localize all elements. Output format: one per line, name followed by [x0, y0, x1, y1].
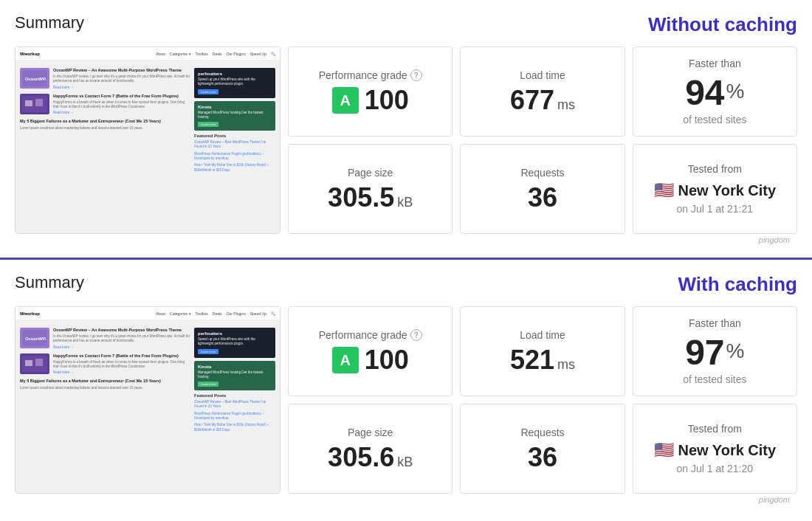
browser-preview-2: Wworkup About Categories ▾ Toolbox Deals… [16, 307, 280, 493]
pingdom-watermark-1: pingdom [15, 234, 797, 247]
metric-label-pagesize-1: Page size [348, 167, 393, 179]
svg-rect-9 [35, 359, 43, 366]
metric-label-requests-1: Requests [520, 167, 564, 179]
post-text-6: My 5 Biggest Failures as a Marketer and … [20, 379, 161, 390]
ad-block-1: perfmatters Speed up your WordPress site… [194, 68, 275, 98]
with-caching-section: Summary With caching Wworkup About Categ… [0, 260, 812, 517]
section-title-1: Summary [15, 13, 84, 32]
faster-value-2: 97% [685, 335, 744, 370]
metric-page-size-1: Page size 305.5kB [288, 144, 453, 234]
metric-load-time-1: Load time 677ms [460, 46, 625, 137]
grade-number-1: 100 [365, 87, 409, 114]
featured-posts-1: Featured Posts OceanWP Review – Best Wor… [194, 134, 275, 173]
metric-requests-1: Requests 36 [460, 144, 625, 234]
faster-sub-1: of tested sites [683, 114, 746, 125]
without-caching-section: Summary Without caching Wworkup About Ca… [0, 0, 812, 260]
ad-cta-4[interactable]: Learn more [198, 382, 219, 387]
sidebar-1: perfmatters Speed up your WordPress site… [194, 68, 275, 175]
post-thumb-1: OceanWP. [20, 68, 49, 89]
post-text-1: OceanWP Review – An Awesome Multi-Purpos… [53, 68, 190, 89]
post-item-6: My 5 Biggest Failures as a Marketer and … [20, 379, 190, 390]
nav-bar-1: Wworkup About Categories ▾ Toolbox Deals… [16, 47, 280, 61]
site-screenshot-2: Wworkup About Categories ▾ Toolbox Deals… [15, 306, 281, 494]
metric-label-tested-1: Tested from [688, 163, 742, 175]
post-text-4: OceanWP Review – An Awesome Multi-Purpos… [53, 328, 190, 349]
post-text-5: HappyForms vs Contact Form 7 (Battle of … [53, 353, 190, 375]
site-logo-1: Wworkup [20, 52, 40, 56]
post-item-3: My 5 Biggest Failures as a Marketer and … [20, 119, 190, 130]
metric-tested-from-1: Tested from 🇺🇸 New York City on Jul 1 at… [633, 144, 797, 234]
nav-items-2: About Categories ▾ Toolbox Deals Our Plu… [156, 311, 275, 316]
faster-value-1: 94% [685, 75, 744, 111]
pingdom-watermark-2: pingdom [15, 494, 797, 507]
metrics-grid-1: Performance grade ? A 100 Load time 677m… [288, 46, 797, 234]
help-icon-1[interactable]: ? [410, 69, 422, 81]
faster-sub-2: of tested sites [683, 373, 746, 385]
page-size-value-1: 305.5kB [328, 184, 413, 211]
post-text-2: HappyForms vs Contact Form 7 (Battle of … [53, 94, 190, 115]
ad-block-3: perfmatters Speed up your WordPress site… [194, 328, 275, 358]
post-item-1: OceanWP. OceanWP Review – An Awesome Mul… [20, 68, 190, 89]
svg-rect-3 [25, 100, 32, 106]
svg-rect-8 [25, 360, 32, 366]
tested-city-2: 🇺🇸 New York City [654, 441, 777, 460]
section-header-2: Summary With caching [15, 273, 797, 296]
post-thumb-5 [20, 353, 49, 374]
metric-performance-grade-2: Performance grade ? A 100 [288, 306, 453, 396]
metric-performance-grade-1: Performance grade ? A 100 [288, 46, 453, 137]
grade-badge-2: A [332, 347, 359, 373]
metric-label-tested-2: Tested from [688, 423, 742, 435]
svg-text:OceanWP.: OceanWP. [25, 77, 47, 81]
nav-bar-2: Wworkup About Categories ▾ Toolbox Deals… [16, 307, 280, 320]
metric-label-requests-2: Requests [520, 427, 564, 438]
ad-cta-2[interactable]: Learn more [198, 122, 219, 127]
svg-text:OceanWP.: OceanWP. [25, 337, 47, 341]
flag-icon-2: 🇺🇸 [654, 441, 674, 460]
ad-block-2: Kinsta Managed WordPress hosting Get the… [194, 101, 275, 131]
section-subtitle-1: Without caching [648, 13, 797, 36]
load-time-value-2: 521ms [510, 347, 575, 373]
main-posts-2: OceanWP. OceanWP Review – An Awesome Mul… [20, 328, 190, 435]
section-subtitle-2: With caching [678, 273, 797, 296]
metric-label-faster-1: Faster than [689, 58, 741, 69]
metric-faster-than-1: Faster than 94% of tested sites [633, 46, 797, 137]
browser-inner-2: OceanWP. OceanWP Review – An Awesome Mul… [16, 323, 280, 439]
metric-requests-2: Requests 36 [460, 404, 625, 494]
metric-label-perf-2: Performance grade ? [319, 329, 422, 341]
site-screenshot-1: Wworkup About Categories ▾ Toolbox Deals… [15, 46, 281, 234]
page-size-value-2: 305.6kB [328, 444, 413, 471]
ad-block-4: Kinsta Managed WordPress hosting Get the… [194, 361, 275, 391]
site-logo-2: Wworkup [20, 311, 40, 316]
flag-icon-1: 🇺🇸 [654, 181, 674, 200]
svg-rect-4 [35, 99, 43, 106]
help-icon-2[interactable]: ? [410, 329, 422, 341]
section-title-2: Summary [15, 273, 84, 292]
metric-faster-than-2: Faster than 97% of tested sites [633, 306, 797, 396]
section-content-2: Wworkup About Categories ▾ Toolbox Deals… [15, 306, 797, 494]
ad-cta-3[interactable]: Learn more [198, 349, 219, 354]
ad-cta-1[interactable]: Learn more [198, 89, 219, 94]
requests-value-2: 36 [528, 444, 557, 471]
metrics-grid-2: Performance grade ? A 100 Load time 521m… [288, 306, 797, 494]
metric-load-time-2: Load time 521ms [460, 306, 625, 396]
perf-value-1: A 100 [332, 87, 409, 114]
perf-value-2: A 100 [332, 347, 409, 373]
metric-tested-from-2: Tested from 🇺🇸 New York City on Jul 1 at… [633, 404, 797, 494]
sidebar-2: perfmatters Speed up your WordPress site… [194, 328, 275, 435]
post-item-5: HappyForms vs Contact Form 7 (Battle of … [20, 353, 190, 375]
load-time-value-1: 677ms [510, 87, 575, 114]
featured-posts-2: Featured Posts OceanWP Review – Best Wor… [194, 393, 275, 432]
tested-city-1: 🇺🇸 New York City [654, 181, 777, 200]
post-thumb-2 [20, 94, 49, 114]
metric-label-perf-1: Performance grade ? [319, 69, 422, 81]
requests-value-1: 36 [528, 184, 557, 211]
main-posts-1: OceanWP. OceanWP Review – An Awesome Mul… [20, 68, 190, 175]
browser-preview-1: Wworkup About Categories ▾ Toolbox Deals… [16, 47, 280, 233]
grade-number-2: 100 [365, 347, 409, 373]
metric-label-pagesize-2: Page size [348, 427, 393, 438]
post-item-2: HappyForms vs Contact Form 7 (Battle of … [20, 94, 190, 115]
grade-badge-1: A [332, 87, 359, 114]
post-thumb-4: OceanWP. [20, 328, 49, 348]
metric-page-size-2: Page size 305.6kB [288, 404, 453, 494]
tested-date-1: on Jul 1 at 21:21 [677, 203, 754, 215]
